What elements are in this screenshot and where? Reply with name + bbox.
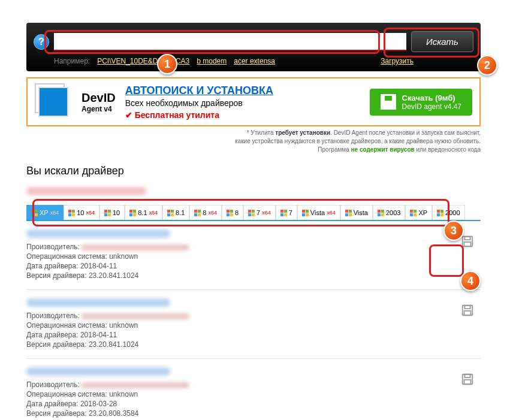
section-title: Вы искали драйвер (26, 165, 481, 177)
svg-rect-1 (464, 237, 470, 240)
marker-3: 3 (443, 220, 464, 241)
search-bar: ? Искать Например: PCI\VEN_10DE&DEV_0CA3… (26, 23, 481, 71)
promo-box: DevID Agent v4 АВТОПОИСК И УСТАНОВКА Все… (26, 77, 481, 126)
windows-icon (437, 210, 443, 216)
example-link-1[interactable]: b modem (197, 57, 227, 65)
os-tab-4[interactable]: 8.1 (162, 205, 189, 220)
os-tab-8[interactable]: 7 (276, 205, 297, 220)
brand-version: Agent v4 (82, 105, 116, 113)
svg-rect-4 (464, 306, 470, 309)
os-tab-9[interactable]: Vistax64 (297, 205, 340, 220)
download-button[interactable]: Скачать (9мб) DevID agent v4.47 (370, 89, 472, 116)
svg-rect-2 (464, 242, 471, 246)
search-button[interactable]: Искать (411, 31, 473, 52)
os-tab-1[interactable]: 10x64 (64, 205, 99, 220)
disclaimer: * Утилита требует установки. DevID Agent… (26, 129, 481, 154)
example-label: Например: (54, 57, 90, 65)
windows-icon (378, 210, 384, 216)
os-tab-10[interactable]: Vista (340, 205, 373, 220)
blurred-query (26, 187, 146, 195)
search-input[interactable] (54, 33, 406, 51)
os-tab-0[interactable]: XPx64 (26, 205, 64, 220)
marker-4: 4 (460, 271, 481, 291)
save-icon (381, 94, 396, 110)
promo-headline[interactable]: АВТОПОИСК И УСТАНОВКА (125, 84, 360, 97)
windows-icon (129, 210, 136, 216)
save-driver-icon[interactable] (459, 302, 476, 319)
help-icon[interactable]: ? (34, 34, 49, 50)
svg-rect-8 (464, 380, 471, 384)
download-size: Скачать (9мб) (402, 93, 461, 102)
windows-icon (31, 210, 38, 216)
os-tab-11[interactable]: 2003 (373, 205, 405, 220)
windows-icon (345, 210, 352, 216)
windows-icon (68, 210, 75, 216)
os-tab-3[interactable]: 8.1x64 (125, 205, 162, 220)
result-title[interactable] (26, 229, 170, 238)
result-title[interactable] (26, 298, 170, 307)
promo-free: ✔Бесплатная утилита (125, 110, 360, 120)
example-link-2[interactable]: acer extensa (234, 57, 275, 65)
svg-rect-5 (464, 311, 471, 315)
devid-logo (35, 83, 72, 120)
windows-icon (167, 210, 174, 216)
windows-icon (104, 210, 111, 216)
windows-icon (248, 210, 255, 216)
marker-2: 2 (477, 55, 497, 75)
os-tab-6[interactable]: 8 (222, 205, 243, 220)
promo-subline: Всех необходимых драйверов (125, 98, 360, 108)
svg-rect-7 (464, 374, 470, 378)
windows-icon (227, 210, 233, 216)
windows-icon (410, 210, 417, 216)
os-tab-5[interactable]: 8x64 (189, 205, 222, 220)
result-item: Производитель: Операционная система: unk… (26, 359, 481, 420)
download-version: DevID agent v4.47 (402, 102, 461, 111)
marker-1: 1 (157, 54, 177, 74)
windows-icon (302, 210, 309, 216)
os-tabs: XPx6410x64108.1x648.18x6487x647Vistax64V… (26, 205, 481, 221)
os-tab-2[interactable]: 10 (99, 205, 125, 220)
result-item: Производитель: Операционная система: unk… (26, 221, 481, 290)
load-link[interactable]: Загрузить (381, 57, 414, 65)
result-title[interactable] (26, 367, 170, 376)
brand-title: DevID (82, 91, 116, 105)
windows-icon (194, 210, 201, 216)
os-tab-7[interactable]: 7x64 (243, 205, 276, 220)
windows-icon (280, 210, 287, 216)
save-driver-icon[interactable] (459, 371, 476, 388)
os-tab-13[interactable]: 2000 (432, 205, 464, 220)
result-item: Производитель: Операционная система: unk… (26, 290, 481, 359)
os-tab-12[interactable]: XP (405, 205, 432, 220)
